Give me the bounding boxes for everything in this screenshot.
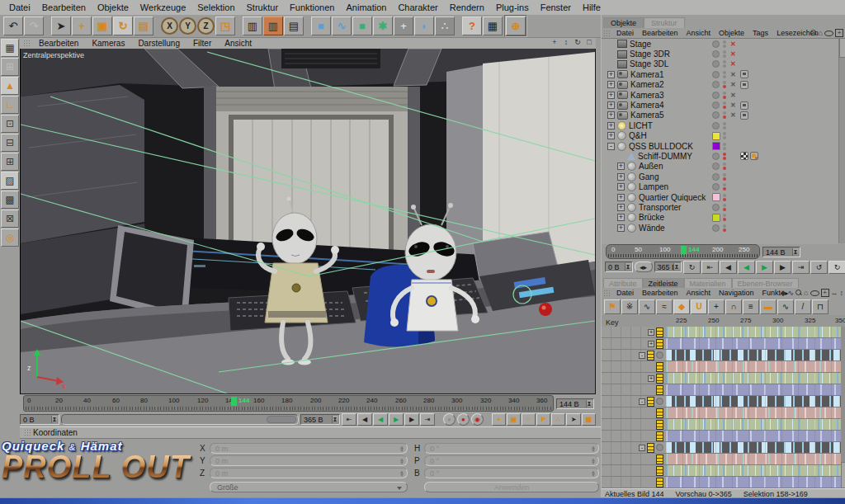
panel-grip-icon[interactable] [23, 40, 31, 47]
render-view-icon[interactable]: ▥ [243, 16, 262, 35]
menu-fenster[interactable]: Fenster [535, 1, 577, 14]
linear-interp-icon[interactable]: / [795, 299, 811, 314]
expand-toggle-icon[interactable] [607, 40, 615, 48]
track-band[interactable] [666, 419, 845, 430]
track-band[interactable] [666, 431, 845, 441]
object-row[interactable]: + Transporter [602, 202, 839, 212]
object-label[interactable]: Kamera3 [630, 91, 664, 100]
add-generator-icon[interactable]: ■ [352, 16, 372, 35]
add-panel-icon[interactable]: + [821, 289, 829, 297]
goto-start-button[interactable]: ⇤ [342, 413, 356, 426]
home-icon[interactable]: ⌂ [804, 290, 808, 297]
visibility-dots[interactable] [723, 194, 726, 201]
manager-tab[interactable]: Attribute [603, 278, 643, 288]
track-row[interactable]: - [602, 396, 845, 407]
track-row[interactable]: + [602, 373, 845, 384]
expand-toggle-icon[interactable]: + [617, 224, 625, 232]
manager-tab[interactable]: Materialien [684, 278, 732, 288]
key-rotation-icon[interactable]: ○ [522, 413, 536, 426]
visibility-dots[interactable] [723, 71, 726, 78]
sep[interactable] [456, 16, 461, 35]
display-mark-icon[interactable]: ✕ [730, 40, 736, 48]
texture-axis-icon[interactable]: ▩ [1, 191, 19, 209]
menu-objekte[interactable]: Objekte [92, 1, 135, 14]
track-header[interactable] [602, 407, 666, 418]
loop-button[interactable]: ↻ [828, 261, 845, 274]
object-label[interactable]: Stage [630, 40, 651, 49]
visibility-dots[interactable] [723, 60, 726, 68]
help-icon[interactable]: ? [462, 16, 482, 35]
search-icon[interactable] [810, 30, 817, 36]
track-band[interactable] [666, 361, 845, 372]
frame-step-buttons[interactable]: ◂▸ [635, 261, 653, 272]
track-key-icon[interactable] [656, 478, 663, 488]
play-forward-button[interactable]: ▶ [756, 261, 773, 274]
layer-chip[interactable] [712, 40, 720, 48]
track-expand-icon[interactable]: - [639, 398, 645, 405]
object-label[interactable]: Brücke [639, 213, 664, 222]
visibility-dots[interactable] [723, 132, 726, 139]
object-row[interactable]: Schiff-DUMMY [602, 151, 839, 161]
step-interp-icon[interactable]: ⊓ [812, 299, 828, 314]
expand-toggle-icon[interactable]: + [617, 173, 625, 181]
step-back-button[interactable]: ◀ [720, 261, 737, 274]
object-row[interactable]: + Brücke [602, 213, 839, 223]
menu-plugins[interactable]: Plug-ins [490, 1, 535, 14]
menu-animation[interactable]: Animation [340, 1, 392, 14]
expand-toggle-icon[interactable] [607, 50, 615, 58]
display-mark-icon[interactable]: ✕ [730, 60, 736, 68]
display-mark-icon[interactable]: ✕ [730, 71, 736, 78]
om-menu-ansicht[interactable]: Ansicht [682, 29, 715, 37]
object-label[interactable]: Gang [639, 172, 659, 181]
workplane-icon[interactable]: ▦ [1, 39, 19, 57]
expand-toggle-icon[interactable]: + [607, 92, 615, 99]
track-key-icon[interactable] [647, 397, 654, 407]
track-solo-icon[interactable] [656, 444, 663, 451]
goto-end-button[interactable]: ⇥ [792, 261, 810, 274]
track-key-icon[interactable] [656, 431, 663, 441]
menu-selektion[interactable]: Selektion [191, 1, 240, 14]
object-label[interactable]: Stage 3DR [630, 49, 670, 59]
undo-icon[interactable]: ↶ [3, 16, 23, 35]
mini-timeline-ruler[interactable]: 050100200250300350 144 [606, 244, 760, 259]
play-backward-button[interactable]: ◀ [738, 261, 755, 274]
object-row[interactable]: + Kamera1 ✕ [602, 69, 839, 79]
menu-funktionen[interactable]: Funktionen [284, 1, 340, 14]
manager-tab[interactable]: Struktur [644, 17, 685, 28]
add-cube-icon[interactable]: ■ [311, 16, 331, 35]
track-band[interactable] [666, 442, 845, 453]
track-header[interactable] [602, 384, 666, 395]
track-key-icon[interactable] [656, 374, 663, 384]
sep[interactable] [154, 16, 160, 35]
track-key-icon[interactable] [656, 408, 663, 418]
track-band[interactable] [666, 327, 845, 337]
track-key-icon[interactable] [656, 385, 663, 395]
menu-charakter[interactable]: Charakter [392, 1, 443, 14]
layer-chip[interactable] [712, 163, 720, 170]
keyframe-button[interactable]: ● [457, 413, 470, 426]
track-key-icon[interactable] [647, 443, 654, 453]
end-frame-field[interactable]: 365 B [654, 261, 682, 272]
layer-chip[interactable] [712, 204, 720, 211]
track-row[interactable]: + [602, 327, 845, 338]
track-expand-icon[interactable]: - [639, 445, 645, 451]
x-position-field[interactable]: 0 m▲▼ [210, 443, 408, 454]
timeline-ruler[interactable]: 225250275300325350 [602, 315, 845, 327]
visibility-dots[interactable] [723, 92, 726, 99]
visibility-dots[interactable] [723, 81, 726, 88]
key-pla-icon[interactable]: ∴ [551, 413, 565, 426]
vp-rotate-icon[interactable]: ↻ [572, 38, 583, 46]
expand-toggle-icon[interactable]: - [607, 143, 615, 150]
track-band[interactable] [666, 350, 845, 360]
display-mark-icon[interactable]: ✕ [730, 111, 736, 119]
timeline-ruler[interactable]: 0204060801001201401601802002202402602803… [23, 395, 554, 412]
visibility-dots[interactable] [723, 163, 726, 170]
display-mark-icon[interactable]: ✕ [730, 81, 736, 88]
track-header[interactable] [602, 477, 666, 488]
track-expand-icon[interactable]: + [648, 329, 654, 336]
eye-icon[interactable] [824, 31, 833, 36]
ghost-icon[interactable]: ≡ [743, 299, 759, 314]
expand-toggle-icon[interactable]: + [607, 132, 615, 139]
object-tags[interactable] [740, 111, 748, 120]
track-row[interactable] [602, 419, 845, 431]
